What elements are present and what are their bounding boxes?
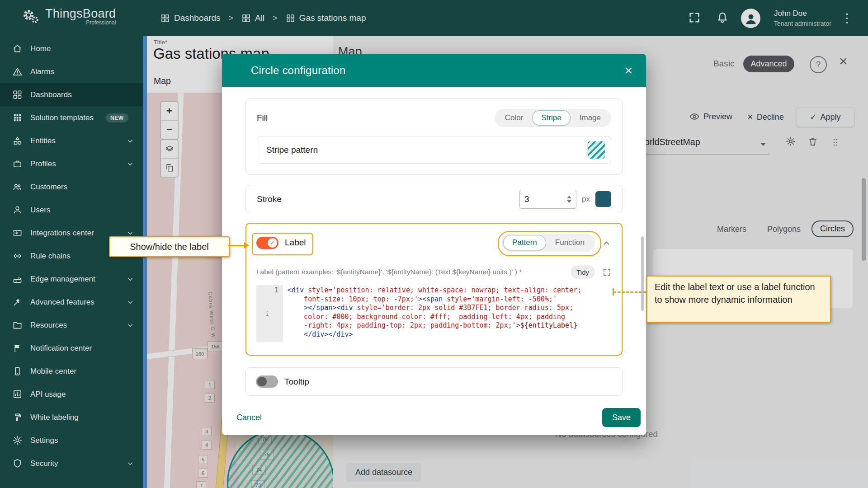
annotation-connector-dashed — [613, 291, 646, 293]
annotation-text: Edit the label text or use a label funct… — [655, 282, 815, 305]
fill-type-image[interactable]: Image — [571, 110, 610, 126]
tidy-button[interactable]: Tidy — [571, 265, 595, 279]
dash-icon: – — [257, 377, 267, 386]
annotation-callout-show-hide: Show/hide the label — [109, 236, 230, 257]
stripe-pattern-row: Stripe pattern — [257, 136, 611, 164]
editor-code[interactable]: <div style='position: relative; white-sp… — [283, 285, 612, 342]
tooltip-section: – Tooltip — [245, 367, 623, 396]
stroke-color-swatch[interactable] — [595, 191, 611, 207]
annotation-callout-edit-label: Edit the label text or use a label funct… — [646, 276, 831, 323]
editor-gutter: 1 i — [256, 285, 283, 342]
dialog-footer: Cancel Save — [222, 400, 646, 435]
dialog-header: Circle configuration × — [222, 54, 646, 87]
annotation-arrow — [244, 242, 249, 249]
annotation-connector-line — [228, 245, 245, 246]
cancel-button[interactable]: Cancel — [232, 409, 266, 426]
arrow-up-icon — [567, 196, 571, 198]
arrow-down-icon — [567, 200, 571, 203]
stroke-label: Stroke — [257, 194, 282, 204]
label-code-editor[interactable]: 1 i <div style='position: relative; whit… — [256, 285, 612, 342]
annotation-text: Show/hide the label — [130, 242, 209, 252]
line-number: 1 — [274, 286, 278, 294]
label-section: ✓ Label Pattern Function Label (pattern … — [245, 223, 623, 356]
stripe-pattern-swatch[interactable] — [587, 141, 605, 159]
circle-configuration-dialog: Circle configuration × Fill Color Stripe… — [222, 54, 646, 435]
chevron-up-icon[interactable] — [601, 238, 612, 248]
annotation-box-label-toggle — [252, 233, 313, 255]
expand-editor-icon[interactable] — [602, 267, 612, 277]
stripe-pattern-label: Stripe pattern — [266, 145, 318, 155]
annotation-box-pattern-function — [498, 231, 601, 256]
dialog-title: Circle configuration — [251, 64, 345, 77]
label-pattern-hint: Label (pattern examples: '${entityName}'… — [256, 268, 522, 276]
fill-type-stripe[interactable]: Stripe — [532, 110, 570, 126]
save-button[interactable]: Save — [602, 408, 641, 427]
fill-type-color[interactable]: Color — [496, 110, 533, 126]
stroke-section: Stroke 3 px — [245, 185, 623, 213]
stroke-unit: px — [582, 195, 590, 204]
tooltip-toggle[interactable]: – — [256, 375, 278, 388]
thingsboard-app: ThingsBoard Professional Dashboards > Al… — [0, 0, 868, 488]
tooltip-toggle-label: Tooltip — [284, 377, 309, 387]
fill-label: Fill — [257, 113, 268, 123]
stroke-width-value: 3 — [524, 194, 529, 204]
dialog-body: Fill Color Stripe Image Stripe pattern S… — [222, 87, 646, 400]
fill-type-segmented-control: Color Stripe Image — [495, 109, 611, 127]
stroke-width-input[interactable]: 3 — [519, 190, 576, 209]
number-stepper[interactable] — [567, 196, 571, 203]
fill-section: Fill Color Stripe Image Stripe pattern — [245, 99, 623, 175]
dialog-scrollbar[interactable] — [641, 236, 644, 311]
dialog-close-button[interactable]: × — [624, 64, 632, 77]
editor-info-marker: i — [265, 310, 269, 317]
